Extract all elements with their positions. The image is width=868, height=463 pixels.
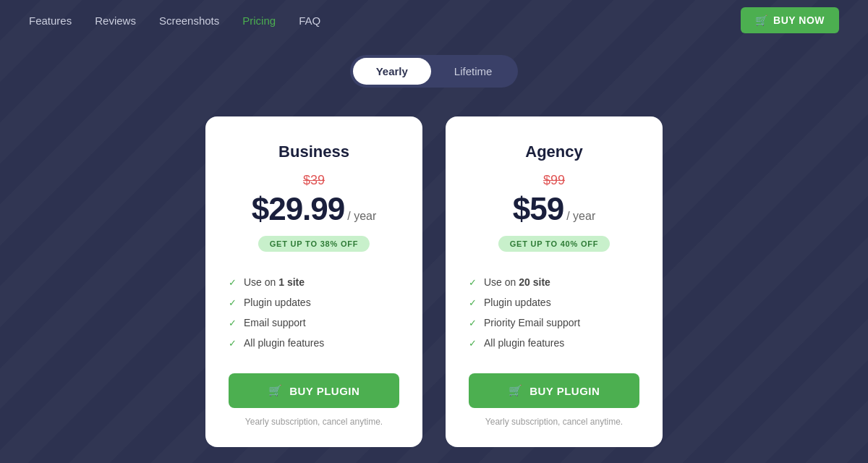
business-title: Business	[278, 143, 349, 161]
toggle-lifetime[interactable]: Lifetime	[431, 58, 516, 85]
list-item: ✓ Plugin updates	[229, 292, 399, 313]
buy-now-button[interactable]: 🛒 BUY NOW	[741, 7, 839, 33]
agency-price-row: $59 / year	[513, 191, 595, 227]
check-icon: ✓	[229, 318, 237, 328]
check-icon: ✓	[469, 297, 477, 308]
navigation: Features Reviews Screenshots Pricing FAQ…	[0, 0, 868, 41]
business-period: / year	[347, 210, 376, 223]
agency-price: $59	[513, 191, 563, 227]
toggle-yearly[interactable]: Yearly	[353, 58, 431, 85]
check-icon: ✓	[229, 277, 237, 288]
list-item: ✓ Use on 20 site	[469, 272, 639, 292]
business-features: ✓ Use on 1 site ✓ Plugin updates ✓ Email…	[229, 272, 399, 353]
business-card: Business $39 $29.99 / year GET UP TO 38%…	[205, 116, 422, 447]
check-icon: ✓	[469, 338, 477, 349]
check-icon: ✓	[469, 277, 477, 288]
business-discount: GET UP TO 38% OFF	[258, 236, 370, 252]
list-item: ✓ Email support	[229, 313, 399, 333]
list-item: ✓ Priority Email support	[469, 313, 639, 333]
nav-link-screenshots[interactable]: Screenshots	[159, 14, 219, 27]
list-item: ✓ Plugin updates	[469, 292, 639, 313]
business-cancel-text: Yearly subscription, cancel anytime.	[245, 417, 383, 427]
nav-link-features[interactable]: Features	[29, 14, 72, 27]
check-icon: ✓	[229, 297, 237, 308]
cart-icon: 🛒	[509, 384, 523, 397]
cart-icon: 🛒	[755, 14, 768, 26]
list-item: ✓ All plugin features	[229, 333, 399, 353]
agency-buy-label: BUY PLUGIN	[529, 385, 600, 397]
nav-link-faq[interactable]: FAQ	[299, 14, 320, 27]
agency-discount: GET UP TO 40% OFF	[498, 236, 610, 252]
business-buy-button[interactable]: 🛒 BUY PLUGIN	[229, 373, 399, 408]
check-icon: ✓	[229, 338, 237, 349]
cart-icon: 🛒	[268, 384, 283, 397]
business-buy-label: BUY PLUGIN	[289, 385, 359, 397]
billing-toggle: Yearly Lifetime	[0, 55, 868, 88]
agency-cancel-text: Yearly subscription, cancel anytime.	[485, 417, 623, 427]
check-icon: ✓	[469, 318, 477, 328]
agency-old-price: $99	[543, 173, 565, 188]
nav-link-reviews[interactable]: Reviews	[95, 14, 136, 27]
nav-links: Features Reviews Screenshots Pricing FAQ	[29, 14, 741, 27]
list-item: ✓ Use on 1 site	[229, 272, 399, 292]
toggle-pill: Yearly Lifetime	[350, 55, 519, 88]
business-price: $29.99	[252, 191, 345, 227]
buy-now-label: BUY NOW	[773, 14, 825, 26]
agency-title: Agency	[525, 143, 582, 161]
business-price-row: $29.99 / year	[252, 191, 377, 227]
agency-features: ✓ Use on 20 site ✓ Plugin updates ✓ Prio…	[469, 272, 639, 353]
nav-link-pricing[interactable]: Pricing	[242, 14, 276, 27]
agency-card: Agency $99 $59 / year GET UP TO 40% OFF …	[446, 116, 663, 447]
agency-buy-button[interactable]: 🛒 BUY PLUGIN	[469, 373, 639, 408]
agency-period: / year	[566, 210, 595, 223]
business-old-price: $39	[303, 173, 325, 188]
list-item: ✓ All plugin features	[469, 333, 639, 353]
pricing-cards: Business $39 $29.99 / year GET UP TO 38%…	[0, 116, 868, 447]
